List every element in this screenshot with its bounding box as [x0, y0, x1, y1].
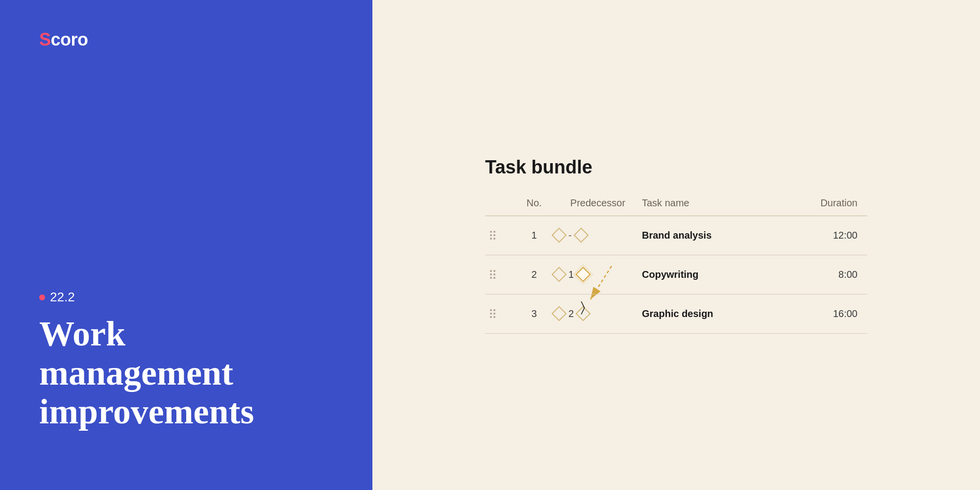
- task-name-1: Brand analysis: [642, 230, 799, 241]
- version-number: 22.2: [50, 290, 75, 305]
- version-dot: [39, 294, 45, 300]
- col-header-drag: [490, 197, 514, 209]
- table-header: No. Predecessor Task name Duration: [485, 197, 867, 216]
- diamond-right-1: [573, 227, 588, 243]
- logo: Scoro: [39, 29, 333, 50]
- predecessor-value-3: 2: [568, 308, 574, 319]
- col-header-no: No.: [514, 197, 554, 209]
- duration-3: 16:00: [799, 308, 858, 319]
- logo-s: S: [39, 29, 51, 49]
- predecessor-cell-1: -: [554, 230, 642, 241]
- diamond-left-3: [551, 306, 566, 321]
- predecessor-value-2: 1: [568, 269, 574, 280]
- predecessor-value-1: -: [568, 230, 572, 241]
- duration-1: 12:00: [799, 230, 858, 241]
- diamond-left-1: [551, 227, 566, 243]
- row-number-3: 3: [514, 308, 554, 319]
- drag-handle-2[interactable]: [490, 270, 499, 279]
- cursor-icon: 〉: [581, 299, 585, 316]
- table-row: 〉 3 2: [485, 294, 867, 334]
- right-panel: Task bundle No. Predecessor Task name Du…: [372, 0, 980, 490]
- logo-text: Scoro: [39, 29, 88, 50]
- col-header-predecessor: Predecessor: [554, 197, 642, 209]
- card-title: Task bundle: [485, 157, 867, 178]
- row-number-2: 2: [514, 269, 554, 280]
- task-table: No. Predecessor Task name Duration: [485, 197, 867, 334]
- rows-container: 1 - Brand analysis 12:00: [485, 216, 867, 334]
- row-number-1: 1: [514, 230, 554, 241]
- task-name-2: Copywriting: [642, 269, 799, 280]
- main-heading: Work management improvements: [39, 315, 323, 431]
- task-bundle-card: Task bundle No. Predecessor Task name Du…: [485, 132, 867, 358]
- drag-handle-1[interactable]: [490, 231, 499, 240]
- task-name-3: Graphic design: [642, 308, 799, 319]
- diamond-right-2: [576, 267, 591, 282]
- left-panel: Scoro 22.2 Work management improvements: [0, 0, 372, 490]
- col-header-task-name: Task name: [642, 197, 799, 209]
- predecessor-cell-3: 2: [554, 308, 642, 319]
- bottom-content: 22.2 Work management improvements: [39, 290, 323, 431]
- table-row: 2 1 Copywriting 8:00: [485, 255, 867, 294]
- duration-2: 8:00: [799, 269, 858, 280]
- predecessor-cell-2: 1: [554, 269, 642, 280]
- version-badge: 22.2: [39, 290, 323, 305]
- table-row: 1 - Brand analysis 12:00: [485, 216, 867, 255]
- diamond-left-2: [551, 267, 566, 282]
- col-header-duration: Duration: [799, 197, 858, 209]
- drag-handle-3[interactable]: [490, 309, 499, 318]
